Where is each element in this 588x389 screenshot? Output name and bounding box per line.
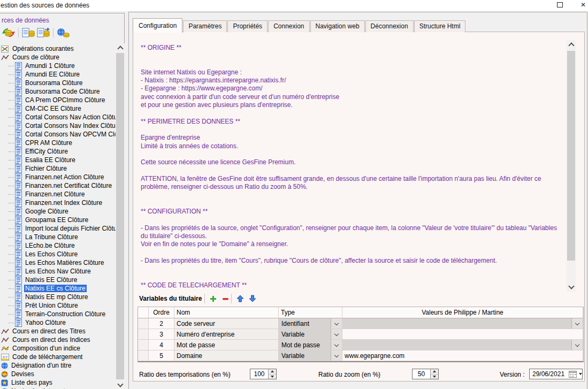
type-combobox[interactable]: Variable <box>279 329 342 340</box>
ordre-cell[interactable]: 5 <box>149 350 174 361</box>
valeur-combobox[interactable] <box>342 318 583 329</box>
combo-arrow-icon[interactable] <box>331 318 342 329</box>
tab-proprietes[interactable]: Propriétés <box>227 20 268 32</box>
tree-item-navigation-internet[interactable]: Navigation Internet <box>0 387 116 389</box>
version-date-picker[interactable]: 29/06/2021 <box>529 369 583 379</box>
column-header-valeurs-de-philippe-martine[interactable]: Valeurs de Philippe / Martine <box>342 307 583 318</box>
scroll-down-icon[interactable] <box>116 380 125 389</box>
ordre-cell[interactable]: 4 <box>149 340 174 350</box>
internet-sources-button[interactable] <box>56 27 71 39</box>
type-combobox[interactable]: Mot de passe <box>279 340 342 350</box>
valeur-cell[interactable]: www.egepargne.com <box>342 350 583 361</box>
tab-configuration[interactable]: Configuration <box>133 18 182 33</box>
tab-navigation-web[interactable]: Navigation web <box>310 20 365 32</box>
tree-item-efficity-cloture[interactable]: EffiCity Clôture <box>0 147 116 156</box>
add-source-button[interactable] <box>21 27 36 39</box>
remove-variable-button[interactable] <box>220 294 230 303</box>
tree-item-natixis-ee-mp-cloture[interactable]: Natixis EE mp Clôture <box>0 293 116 301</box>
move-down-button[interactable] <box>248 294 257 303</box>
tree-item-terrain-construction-cloture[interactable]: Terrain-Construction Clôture <box>0 310 116 318</box>
tree-item-liste-des-pays[interactable]: Liste des pays <box>0 378 116 387</box>
tempo-ratio-value[interactable]: 100 <box>250 369 268 379</box>
column-header-type[interactable]: Type <box>279 307 342 318</box>
ordre-cell[interactable]: 3 <box>149 329 174 340</box>
valeur-combobox[interactable] <box>342 340 583 350</box>
copy-source-button[interactable] <box>36 27 51 39</box>
tab-parametres[interactable]: Paramètres <box>183 20 227 32</box>
tree-item-cours-de-cloture[interactable]: Cours de clôture <box>0 53 116 62</box>
refresh-sources-button[interactable] <box>1 27 16 39</box>
combo-arrow-icon[interactable] <box>331 350 342 361</box>
add-variable-button[interactable] <box>208 294 218 303</box>
move-up-button[interactable] <box>235 294 245 303</box>
tree-item-boursorama-cloture[interactable]: Boursorama Clôture <box>0 79 116 87</box>
combo-arrow-icon[interactable] <box>571 340 583 350</box>
tree-item-devises[interactable]: Devises <box>0 370 116 378</box>
spinner-buttons[interactable] <box>268 369 276 379</box>
close-button[interactable]: ✕ <box>579 1 587 9</box>
tree-item-fichier-cloture[interactable]: Fichier Clôture <box>0 164 116 173</box>
tree-item-finanzen-net-certificat-cloture[interactable]: Finanzen.net Certificat Clôture <box>0 181 116 190</box>
tree-item-google-cloture[interactable]: Google Clôture <box>0 207 116 216</box>
notes-scrollbar-thumb[interactable] <box>567 51 575 261</box>
row-selector[interactable] <box>138 340 149 350</box>
tree-item-composition-d-un-indice[interactable]: Composition d'un indice <box>0 344 116 353</box>
combo-arrow-icon[interactable] <box>331 329 342 339</box>
tree-item-les-echos-nav-cloture[interactable]: Les Echos Nav Clôture <box>0 267 116 276</box>
tree-item-amundi-ee-cloture[interactable]: Amundi EE Clôture <box>0 70 116 79</box>
tree-item-cpr-am-cloture[interactable]: CPR AM Clôture <box>0 139 116 147</box>
tree-item-natixis-ee-cloture[interactable]: Natixis EE Clôture <box>0 276 116 284</box>
tree-item-natixis-ee-cs-cloture[interactable]: Natixis EE cs Clôture <box>0 284 116 293</box>
tree-item-code-de-telechargement[interactable]: XYCode de téléchargement <box>0 353 116 361</box>
notes-scrollbar[interactable] <box>567 40 576 292</box>
scroll-up-icon[interactable] <box>116 43 125 52</box>
column-header-nom[interactable]: Nom <box>174 307 279 318</box>
type-combobox[interactable]: Identifiant <box>279 318 342 329</box>
tree-item-finanzen-net-cloture[interactable]: Finanzen.net Clôture <box>0 190 116 199</box>
tree-item-cours-en-direct-des-indices[interactable]: Cours en direct des Indices <box>0 335 116 344</box>
tree-item-cours-en-direct-des-titres[interactable]: Cours en direct des Titres <box>0 327 116 335</box>
tree-item-les-echos-matieres-cloture[interactable]: Les Echos Matières Clôture <box>0 258 116 267</box>
scroll-down-icon[interactable] <box>567 283 576 292</box>
row-selector[interactable] <box>138 350 149 361</box>
spin-up-icon[interactable] <box>431 369 438 375</box>
tree-item-cortal-consors-nav-action-cloture[interactable]: Cortal Consors Nav Action Clôture <box>0 113 116 121</box>
spin-down-icon[interactable] <box>431 375 438 379</box>
tree-item-amundi-1-cloture[interactable]: Amundi 1 Clôture <box>0 62 116 70</box>
tree-item-groupama-ee-cloture[interactable]: Groupama EE Clôture <box>0 216 116 224</box>
zoom-ratio-spinner[interactable]: 50 <box>412 369 439 379</box>
tree-item-boursorama-code-cloture[interactable]: Boursorama Code Clôture <box>0 87 116 96</box>
tab-structure-html[interactable]: Structure Html <box>414 20 466 32</box>
type-combobox[interactable]: Variable <box>279 350 342 361</box>
tab-connexion[interactable]: Connexion <box>268 20 309 32</box>
tree-item-operations-courantes[interactable]: Opérations courantes <box>0 44 116 53</box>
ordre-cell[interactable]: 2 <box>149 318 174 329</box>
calendar-icon[interactable] <box>569 371 577 378</box>
nom-cell[interactable]: Mot de passe <box>174 340 279 350</box>
tree-item-lecho-be-cloture[interactable]: LEcho.be Clôture <box>0 241 116 250</box>
spin-up-icon[interactable] <box>269 369 276 375</box>
column-header-ordre[interactable]: Ordre <box>149 307 174 318</box>
tree-item-yahoo-cloture[interactable]: Yahoo Clôture <box>0 318 116 327</box>
version-date-value[interactable]: 29/06/2021 <box>530 370 568 378</box>
tree-item-pret-union-cloture[interactable]: Prêt Union Clôture <box>0 301 116 310</box>
nom-cell[interactable]: Numéro d'entreprise <box>174 329 279 340</box>
tree-item-les-echos-cloture[interactable]: Les Echos Clôture <box>0 250 116 258</box>
tree-scrollbar[interactable] <box>116 43 125 389</box>
maximize-button[interactable] <box>555 1 564 9</box>
tree-scrollbar-thumb[interactable] <box>116 53 124 379</box>
tree-item-finanzen-net-action-cloture[interactable]: Finanzen.net Action Clôture <box>0 173 116 181</box>
tab-deconnexion[interactable]: Déconnexion <box>365 20 414 32</box>
zoom-ratio-value[interactable]: 50 <box>413 369 430 379</box>
notes-text[interactable]: ** ORIGINE ** Site internet Natixis ou E… <box>141 44 566 289</box>
combo-arrow-icon[interactable] <box>331 340 342 350</box>
tree-item-la-tribune-cloture[interactable]: La Tribune Clôture <box>0 233 116 241</box>
spinner-buttons[interactable] <box>430 369 438 379</box>
nom-cell[interactable]: Code serveur <box>174 318 279 329</box>
tree-item-cm-cic-ee-cloture[interactable]: CM-CIC EE Clôture <box>0 104 116 113</box>
dropdown-arrow-icon[interactable] <box>579 373 582 375</box>
tree-item-cortal-consors-nav-index-cloture[interactable]: Cortal Consors Nav Index Clôture <box>0 121 116 130</box>
row-selector[interactable] <box>138 318 149 329</box>
nom-cell[interactable]: Domaine <box>174 350 279 361</box>
tree-item-cortal-consors-nav-opcvm-cloture[interactable]: Cortal Consors Nav OPCVM Clôture <box>0 130 116 139</box>
